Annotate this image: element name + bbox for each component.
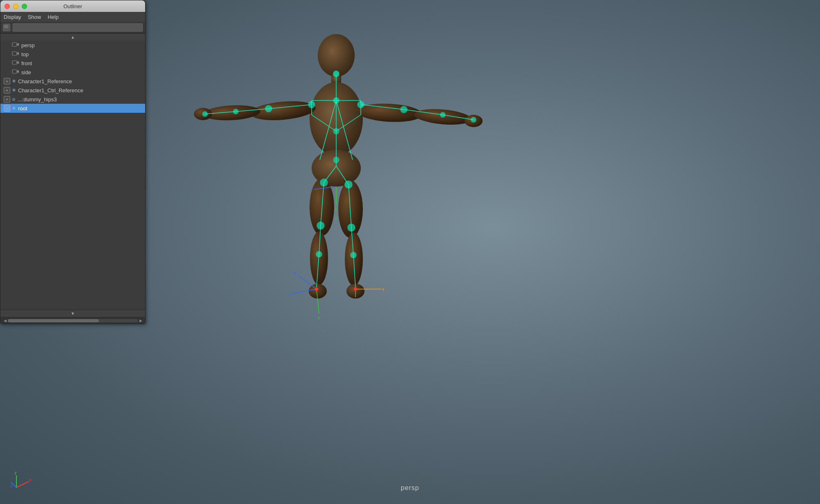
svg-point-56 xyxy=(333,98,339,103)
svg-point-52 xyxy=(316,251,322,257)
svg-point-42 xyxy=(265,105,272,112)
menu-display[interactable]: Display xyxy=(4,14,21,20)
search-input[interactable] xyxy=(13,23,143,32)
reference-icon: ✳ xyxy=(12,78,16,84)
reference-ctrl-icon: ✳ xyxy=(12,87,16,93)
root-icon: ✳ xyxy=(12,105,16,111)
svg-point-44 xyxy=(233,109,238,114)
svg-point-46 xyxy=(203,112,207,116)
menu-show[interactable]: Show xyxy=(28,14,41,20)
svg-point-0 xyxy=(318,34,355,77)
minimize-button[interactable] xyxy=(13,4,18,9)
svg-text:y: y xyxy=(335,206,337,211)
item-label-persp: persp xyxy=(21,42,35,48)
h-scroll-right-arrow[interactable]: ▶ xyxy=(138,318,144,324)
svg-point-39 xyxy=(333,71,339,77)
item-label-root: root xyxy=(18,105,27,112)
svg-marker-89 xyxy=(17,61,19,64)
svg-marker-91 xyxy=(17,70,19,73)
tree-item-front[interactable]: front xyxy=(0,59,145,68)
tree-content[interactable]: persp top front xyxy=(0,41,145,310)
svg-point-45 xyxy=(440,112,445,117)
svg-point-54 xyxy=(333,128,339,134)
item-label-dummyhips: ...:dummy_hips3 xyxy=(18,96,57,103)
camera-icon xyxy=(12,42,19,49)
expand-empty xyxy=(4,42,10,48)
svg-marker-85 xyxy=(17,43,19,46)
h-scroll-track xyxy=(8,319,138,322)
scroll-up-arrow[interactable]: ▲ xyxy=(0,33,145,41)
tree-item-top[interactable]: top xyxy=(0,50,145,59)
expand-btn-char1ref[interactable]: + xyxy=(4,78,10,84)
tree-item-char1ref[interactable]: + ✳ Character1_Reference xyxy=(0,77,145,86)
scroll-down-arrow[interactable]: ▼ xyxy=(0,310,145,317)
svg-point-47 xyxy=(471,117,476,122)
item-label-char1ctrl: Character1_Ctrl_Reference xyxy=(18,87,83,94)
window-title: Outliner xyxy=(64,3,82,9)
svg-text:y: y xyxy=(318,315,320,320)
maximize-button[interactable] xyxy=(22,4,27,9)
h-scroll-left-arrow[interactable]: ◀ xyxy=(2,318,8,324)
svg-point-48 xyxy=(320,179,328,186)
svg-rect-81 xyxy=(5,25,8,28)
item-label-side: side xyxy=(21,69,31,75)
expand-empty-front xyxy=(4,60,10,66)
close-button[interactable] xyxy=(5,4,10,9)
svg-point-41 xyxy=(358,101,364,108)
tree-item-persp[interactable]: persp xyxy=(0,41,145,50)
search-icon xyxy=(3,24,10,31)
svg-text:y: y xyxy=(382,286,385,291)
svg-line-75 xyxy=(16,481,29,488)
dots-icon: ⚙ xyxy=(12,97,16,102)
axis-indicator: x y z xyxy=(10,469,35,494)
svg-point-55 xyxy=(333,157,339,163)
svg-rect-86 xyxy=(12,52,17,55)
expand-empty-top xyxy=(4,51,10,57)
search-bar xyxy=(0,22,145,33)
svg-text:z: z xyxy=(10,483,13,488)
svg-point-50 xyxy=(317,222,324,229)
item-label-front: front xyxy=(21,60,32,66)
tree-item-side[interactable]: side xyxy=(0,68,145,77)
expand-empty-side xyxy=(4,69,10,75)
h-scroll-thumb xyxy=(8,319,99,322)
camera-icon-top xyxy=(12,51,19,58)
menu-help[interactable]: Help xyxy=(48,14,59,20)
camera-icon-front xyxy=(12,60,19,67)
svg-point-63 xyxy=(315,287,318,291)
svg-text:z: z xyxy=(290,291,293,296)
svg-rect-88 xyxy=(12,61,17,64)
svg-text:y: y xyxy=(14,470,17,475)
viewport-label: persp xyxy=(401,484,419,492)
expand-btn-dummyhips[interactable]: + xyxy=(4,96,10,103)
outliner-panel: Outliner Display Show Help ▲ xyxy=(0,0,146,324)
svg-point-12 xyxy=(309,284,327,299)
character-viewport: z y z x y y z y y xyxy=(172,25,500,332)
svg-rect-84 xyxy=(12,43,17,46)
tree-item-root[interactable]: + ✳ root xyxy=(0,104,145,113)
tree-item-char1ctrl[interactable]: + ✳ Character1_Ctrl_Reference xyxy=(0,86,145,95)
svg-text:y: y xyxy=(323,330,326,332)
svg-text:z: z xyxy=(294,271,296,276)
item-label-top: top xyxy=(21,51,29,57)
svg-point-69 xyxy=(354,287,357,291)
expand-btn-char1ctrl[interactable]: + xyxy=(4,87,10,94)
camera-icon-side xyxy=(12,69,19,76)
h-scrollbar[interactable]: ◀ ▶ xyxy=(0,317,145,324)
svg-point-40 xyxy=(308,101,315,108)
svg-text:y: y xyxy=(335,215,337,220)
svg-rect-90 xyxy=(12,70,17,73)
expand-btn-root[interactable]: + xyxy=(4,105,10,112)
svg-point-49 xyxy=(345,181,352,188)
svg-point-51 xyxy=(348,224,355,231)
svg-text:x: x xyxy=(29,477,32,482)
tree-item-dummyhips[interactable]: + ⚙ ...:dummy_hips3 xyxy=(0,95,145,104)
svg-point-53 xyxy=(351,252,356,258)
item-label-char1ref: Character1_Reference xyxy=(18,78,72,84)
title-bar: Outliner xyxy=(0,0,145,12)
menu-bar: Display Show Help xyxy=(0,12,145,22)
svg-text:z: z xyxy=(311,187,313,192)
svg-marker-87 xyxy=(17,52,19,55)
svg-point-43 xyxy=(401,106,407,113)
